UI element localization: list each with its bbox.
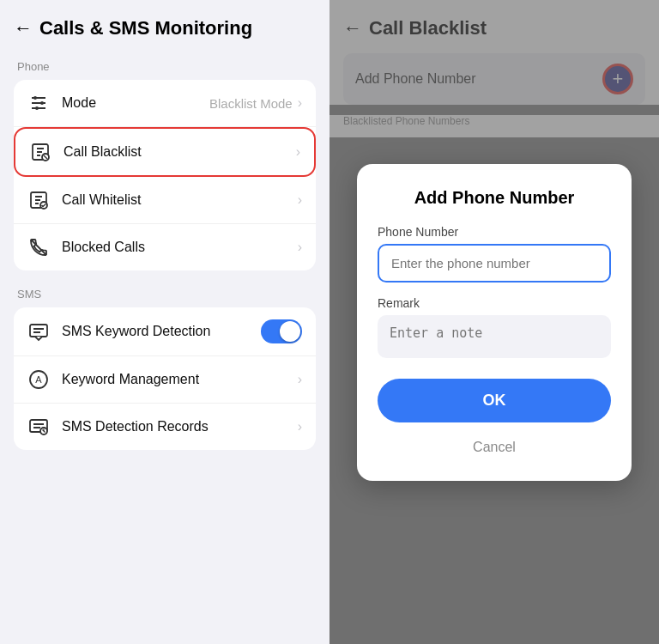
toggle-knob bbox=[280, 321, 300, 342]
menu-item-keyword-mgmt[interactable]: A Keyword Management › bbox=[14, 356, 316, 404]
phone-field-label: Phone Number bbox=[378, 225, 611, 239]
blocked-calls-chevron: › bbox=[298, 240, 302, 255]
keyword-mgmt-label: Keyword Management bbox=[62, 372, 298, 387]
mode-label: Mode bbox=[62, 95, 209, 111]
menu-item-blocked-calls[interactable]: Blocked Calls › bbox=[14, 224, 316, 270]
modal-title: Add Phone Number bbox=[378, 188, 611, 208]
menu-item-call-blacklist[interactable]: Call Blacklist › bbox=[14, 127, 316, 177]
whitelist-icon bbox=[27, 189, 50, 211]
left-panel: ← Calls & SMS Monitoring Phone Mode Blac… bbox=[0, 0, 330, 644]
menu-item-sms-keyword[interactable]: SMS Keyword Detection bbox=[14, 307, 316, 356]
phone-section-label: Phone bbox=[17, 60, 316, 73]
call-blacklist-chevron: › bbox=[296, 144, 300, 160]
blocked-calls-icon bbox=[27, 236, 50, 258]
sms-keyword-label: SMS Keyword Detection bbox=[62, 324, 261, 339]
add-phone-modal: Add Phone Number Phone Number Remark OK … bbox=[357, 164, 632, 481]
svg-point-5 bbox=[35, 106, 39, 110]
sliders-icon bbox=[27, 92, 50, 114]
left-back-arrow[interactable]: ← bbox=[14, 17, 33, 39]
blocked-calls-label: Blocked Calls bbox=[62, 240, 298, 255]
right-panel: ← Call Blacklist Add Phone Number + Blac… bbox=[330, 0, 659, 644]
left-back-row: ← Calls & SMS Monitoring bbox=[14, 17, 316, 39]
ok-button[interactable]: OK bbox=[378, 379, 611, 422]
modal-overlay: Add Phone Number Phone Number Remark OK … bbox=[330, 0, 659, 644]
svg-point-4 bbox=[40, 101, 44, 105]
remark-input[interactable] bbox=[378, 315, 611, 358]
call-whitelist-label: Call Whitelist bbox=[62, 192, 298, 208]
menu-item-mode[interactable]: Mode Blacklist Mode › bbox=[14, 80, 316, 127]
call-whitelist-chevron: › bbox=[298, 192, 302, 208]
phone-number-input[interactable] bbox=[378, 244, 611, 283]
svg-rect-18 bbox=[30, 325, 47, 337]
menu-item-sms-records[interactable]: SMS Detection Records › bbox=[14, 404, 316, 450]
sms-menu-card: SMS Keyword Detection A Keyword Manageme… bbox=[14, 307, 316, 450]
call-blacklist-label: Call Blacklist bbox=[63, 144, 296, 160]
left-panel-title: Calls & SMS Monitoring bbox=[39, 17, 252, 39]
keyword-mgmt-chevron: › bbox=[298, 372, 302, 387]
mode-chevron: › bbox=[298, 95, 302, 111]
mode-value: Blacklist Mode bbox=[209, 96, 293, 111]
sms-keyword-toggle[interactable] bbox=[261, 319, 302, 343]
sms-records-label: SMS Detection Records bbox=[62, 419, 298, 434]
sms-keyword-icon bbox=[27, 320, 50, 343]
keyword-mgmt-icon: A bbox=[27, 368, 50, 391]
sms-records-icon bbox=[27, 416, 50, 438]
menu-item-call-whitelist[interactable]: Call Whitelist › bbox=[14, 177, 316, 224]
blacklist-icon bbox=[29, 141, 51, 163]
svg-point-3 bbox=[33, 96, 37, 100]
remark-field-label: Remark bbox=[378, 296, 611, 310]
phone-menu-card: Mode Blacklist Mode › Call Blacklist › bbox=[14, 80, 316, 270]
sms-section-label: SMS bbox=[17, 288, 316, 301]
cancel-button[interactable]: Cancel bbox=[378, 431, 611, 464]
sms-records-chevron: › bbox=[298, 419, 302, 434]
svg-text:A: A bbox=[35, 374, 42, 385]
